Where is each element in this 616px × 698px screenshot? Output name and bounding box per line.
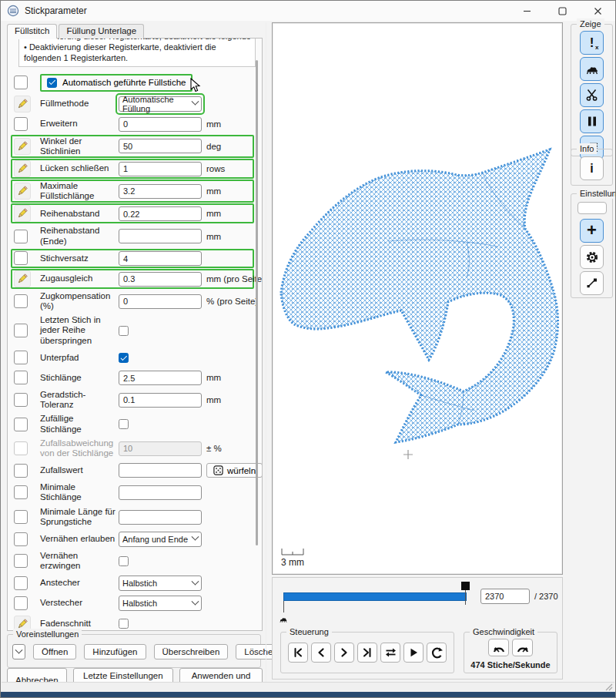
value-checkbox[interactable] [119, 619, 129, 629]
skip-to-end-button[interactable] [357, 643, 377, 663]
pencil-toggle-button[interactable] [14, 183, 31, 200]
value-input[interactable] [119, 510, 202, 525]
value-input[interactable] [119, 117, 202, 132]
value-input[interactable] [119, 229, 202, 243]
row-enable-checkbox[interactable] [14, 251, 28, 265]
value-input[interactable] [119, 441, 202, 456]
play-button[interactable] [403, 643, 424, 663]
stitch-slider-handle[interactable] [461, 582, 470, 590]
row-label: Stichlänge [40, 373, 119, 383]
stitch-position-input[interactable] [480, 589, 530, 604]
row-enable-checkbox[interactable] [14, 351, 28, 364]
value-input[interactable] [119, 184, 202, 199]
row-enable-checkbox[interactable] [14, 485, 28, 499]
pencil-toggle-button[interactable] [14, 270, 31, 287]
maximize-button[interactable] [544, 1, 580, 21]
value-select[interactable]: Halbstich [119, 576, 202, 591]
skip-to-start-button[interactable] [288, 643, 308, 663]
value-input[interactable] [119, 294, 202, 309]
row-enable-checkbox[interactable] [14, 576, 28, 590]
row-enable-checkbox[interactable] [14, 596, 28, 610]
value-checkbox[interactable] [119, 353, 129, 363]
value-select[interactable]: Halbstich [119, 596, 202, 611]
value-input[interactable] [119, 485, 202, 500]
row-enable-checkbox[interactable] [14, 510, 28, 524]
chevron-down-icon [15, 646, 23, 653]
value-input[interactable] [119, 139, 202, 153]
step-back-button[interactable] [311, 643, 331, 663]
row-label: Letzten Stich in jeder Reihe überspringe… [40, 315, 119, 346]
row-enable-checkbox[interactable] [14, 371, 28, 384]
settings-gear-icon[interactable] [580, 245, 604, 269]
auto-fill-checkbox[interactable] [47, 78, 57, 88]
row-enable-checkbox[interactable] [14, 230, 28, 243]
slow-down-button[interactable] [488, 639, 509, 656]
resize-grip[interactable] [605, 683, 613, 691]
needle-points-icon[interactable]: !x [580, 31, 604, 55]
stitch-slider-track[interactable] [283, 592, 467, 601]
value-checkbox[interactable] [119, 419, 129, 429]
value-input[interactable] [119, 463, 202, 478]
pencil-icon [16, 185, 28, 197]
tab-fuellung-unterlage[interactable]: Füllung Unterlage [59, 24, 144, 39]
minimize-button[interactable] [509, 1, 544, 21]
row-label: Zugkompensation (%) [40, 291, 119, 311]
tab-fuellstitch[interactable]: Füllstitch [7, 24, 57, 39]
scale-arrows-icon[interactable] [580, 271, 604, 295]
pencil-toggle-button[interactable] [14, 160, 31, 177]
row-enable-checkbox[interactable] [14, 418, 28, 431]
value-select[interactable]: Automatische Füllung [119, 96, 202, 112]
row-enable-checkbox[interactable] [14, 464, 28, 478]
stop-pause-icon[interactable] [580, 109, 604, 133]
presets-open-button[interactable]: Öffnen [33, 644, 76, 659]
form-scrollbar[interactable] [256, 60, 258, 545]
speed-up-button[interactable] [512, 639, 533, 656]
jump-stitch-frog-icon[interactable] [580, 57, 604, 81]
speed-group-label: Geschwindigkeit [470, 626, 537, 637]
unit-label: mm [206, 209, 221, 218]
zoom-plus-icon[interactable]: + [580, 219, 604, 243]
presets-add-button[interactable]: Hinzufügen [84, 644, 146, 659]
row-label: Geradstich-Toleranz [40, 390, 119, 410]
form-row: Erweiternmm [11, 115, 254, 134]
row-enable-checkbox[interactable] [14, 532, 28, 546]
info-group: Info i [571, 149, 613, 186]
presets-select[interactable] [12, 644, 25, 659]
window-bottom-strip [1, 692, 615, 697]
value-input[interactable] [119, 371, 202, 385]
value-input[interactable] [119, 206, 202, 221]
row-enable-checkbox[interactable] [14, 554, 28, 568]
dolphin-shape [281, 149, 558, 459]
value-checkbox[interactable] [119, 556, 129, 566]
trim-scissors-icon[interactable] [580, 83, 604, 107]
value-input[interactable] [119, 251, 202, 266]
toggle-direction-button[interactable] [380, 643, 400, 663]
row-enable-checkbox[interactable] [14, 441, 28, 455]
color-swatch[interactable] [578, 202, 607, 214]
pencil-toggle-button[interactable] [14, 205, 31, 222]
value-select[interactable]: Anfang und Ende [119, 532, 202, 547]
row-enable-checkbox[interactable] [14, 393, 28, 407]
form-row: Zufällige Stichlänge [11, 412, 254, 435]
value-checkbox[interactable] [119, 326, 129, 336]
presets-overwrite-button[interactable]: Überschreiben [154, 644, 229, 659]
panel-splitter[interactable] [266, 22, 266, 683]
value-input[interactable] [119, 162, 202, 176]
form-row: Zufallsabweichung von der Stichlänge± % [11, 437, 254, 460]
pencil-toggle-button[interactable] [14, 138, 31, 155]
restart-button[interactable] [427, 643, 447, 663]
row-enable-checkbox[interactable] [14, 294, 28, 308]
value-input[interactable] [119, 272, 202, 287]
row-enable-checkbox[interactable] [14, 117, 28, 131]
row-enable-checkbox[interactable] [14, 76, 28, 89]
dice-roll-button[interactable]: würfeln [206, 463, 263, 478]
info-icon[interactable]: i [580, 156, 604, 180]
row-enable-checkbox[interactable] [14, 324, 28, 337]
value-input[interactable] [119, 393, 202, 408]
form-row: AnstecherHalbstich [11, 574, 254, 593]
step-forward-button[interactable] [334, 643, 354, 663]
row-label: Unterpfad [40, 353, 119, 363]
pencil-toggle-button[interactable] [14, 96, 31, 112]
row-label: Automatisch geführte Füllstiche [62, 78, 186, 87]
speed-label: 474 Stiche/Sekunde [464, 660, 557, 669]
